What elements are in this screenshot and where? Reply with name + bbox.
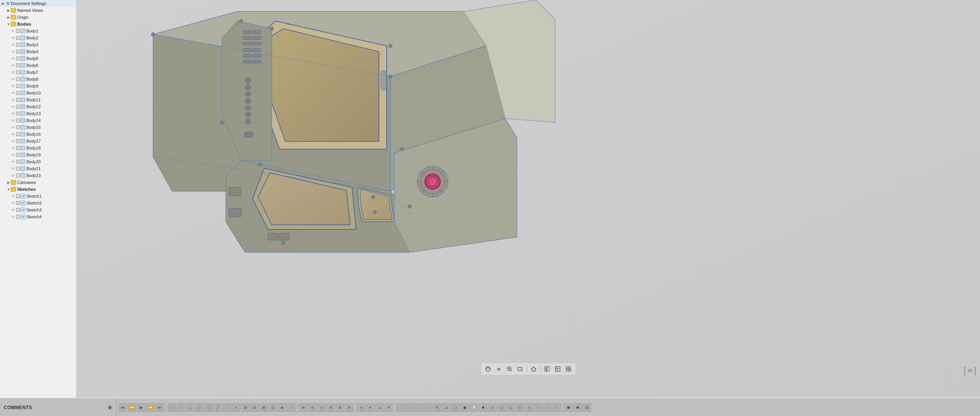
tree-item-body21[interactable]: 👁 Body21: [0, 165, 76, 172]
tool-2[interactable]: ○: [177, 403, 185, 412]
tool-41[interactable]: ⍣: [543, 403, 552, 412]
tree-item-body3[interactable]: 👁 Body3: [0, 41, 76, 48]
tree-item-body12[interactable]: 👁 Body12: [0, 103, 76, 110]
tool-19[interactable]: ⊛: [336, 403, 344, 412]
tool-24[interactable]: ▾: [384, 403, 393, 412]
tool-44[interactable]: ⏺: [573, 403, 582, 412]
tree-item-body13[interactable]: 👁 Body13: [0, 110, 76, 117]
tool-14[interactable]: ⌇: [287, 403, 296, 412]
body-label: Body18: [26, 146, 41, 150]
tool-34[interactable]: ◾: [479, 403, 487, 412]
tree-item-named-views[interactable]: ▶ Named Views: [0, 7, 76, 14]
tree-item-body11[interactable]: 👁 Body11: [0, 96, 76, 103]
tool-30[interactable]: ⊿: [442, 403, 451, 412]
home-view-button[interactable]: [529, 364, 539, 374]
settings-arrow: ▶: [1, 1, 5, 6]
tool-8[interactable]: ∿: [232, 403, 240, 412]
tool-40[interactable]: ⍥: [534, 403, 542, 412]
tool-15[interactable]: ⊗: [299, 403, 307, 412]
tool-31[interactable]: ◻: [451, 403, 460, 412]
tree-item-body6[interactable]: 👁 Body6: [0, 62, 76, 69]
tool-25[interactable]: ⋮: [396, 403, 405, 412]
view-settings-button[interactable]: [564, 364, 573, 374]
body-label: Body17: [26, 139, 41, 143]
pan-button[interactable]: ✥: [494, 364, 504, 374]
tree-item-sketches[interactable]: ▼ Sketches: [0, 186, 76, 193]
tree-item-body15[interactable]: 👁 Body15: [0, 124, 76, 131]
zoom-button[interactable]: [505, 364, 514, 374]
tool-39[interactable]: ⍟: [525, 403, 533, 412]
tool-11[interactable]: ⊠: [260, 403, 268, 412]
grid-button[interactable]: [553, 364, 563, 374]
visibility-icon: 👁: [11, 208, 15, 212]
orbit-button[interactable]: [483, 364, 493, 374]
tool-36[interactable]: ◶: [497, 403, 506, 412]
tree-item-sketch3[interactable]: 👁 Sketch3: [0, 206, 76, 213]
tool-29[interactable]: ⋲: [433, 403, 441, 412]
tree-item-body19[interactable]: 👁 Body19: [0, 151, 76, 158]
tree-item-sketch2[interactable]: 👁 Sketch2: [0, 200, 76, 206]
tool-37[interactable]: ◵: [506, 403, 515, 412]
tree-item-sketch4[interactable]: 👁 Sketch4: [0, 213, 76, 220]
tool-1[interactable]: □: [168, 403, 176, 412]
tool-18[interactable]: ⊚: [327, 403, 335, 412]
tool-7[interactable]: ⌒: [223, 403, 231, 412]
zoom-to-fit-button[interactable]: [515, 364, 525, 374]
tree-item-body23[interactable]: 👁 Body23: [0, 172, 76, 179]
svg-point-40: [389, 44, 392, 48]
tree-item-canvases[interactable]: ▶ Canvases: [0, 179, 76, 186]
tool-28[interactable]: ⋰: [424, 403, 432, 412]
svg-point-43: [220, 120, 224, 124]
tree-item-body5[interactable]: 👁 Body5: [0, 55, 76, 62]
step-back-button[interactable]: ⏪: [128, 403, 136, 412]
tree-item-body18[interactable]: 👁 Body18: [0, 145, 76, 151]
tool-10[interactable]: ⊟: [250, 403, 259, 412]
comments-dot[interactable]: [108, 406, 112, 410]
tool-17[interactable]: ⊙: [317, 403, 326, 412]
display-mode-button[interactable]: [542, 364, 552, 374]
tool-33[interactable]: ◽: [470, 403, 478, 412]
tool-35[interactable]: ◷: [488, 403, 497, 412]
tool-43[interactable]: ⏹: [564, 403, 573, 412]
tool-21[interactable]: ◂: [357, 403, 365, 412]
rewind-button[interactable]: ⏮: [119, 403, 127, 412]
tool-16[interactable]: ⊘: [308, 403, 317, 412]
svg-rect-71: [547, 367, 549, 371]
tool-12[interactable]: ⊡: [269, 403, 277, 412]
tool-38[interactable]: ◴: [516, 403, 524, 412]
tree-item-body20[interactable]: 👁 Body20: [0, 158, 76, 165]
tool-27[interactable]: ⋱: [415, 403, 423, 412]
tree-item-body9[interactable]: 👁 Body9: [0, 83, 76, 89]
tree-item-body10[interactable]: 👁 Body10: [0, 89, 76, 96]
step-forward-button[interactable]: ⏩: [146, 403, 155, 412]
tree-item-bodies[interactable]: ▼ Bodies: [0, 21, 76, 28]
tool-5[interactable]: ⬡: [204, 403, 213, 412]
tool-6[interactable]: ╱: [214, 403, 222, 412]
tree-item-body16[interactable]: 👁 Body16: [0, 131, 76, 138]
play-button[interactable]: ▶: [137, 403, 145, 412]
tree-item-body1[interactable]: 👁 Body1: [0, 28, 76, 34]
tree-item-body2[interactable]: 👁 Body2: [0, 34, 76, 41]
tree-item-body14[interactable]: 👁 Body14: [0, 117, 76, 124]
tree-item-body4[interactable]: 👁 Body4: [0, 48, 76, 55]
tree-item-body8[interactable]: 👁 Body8: [0, 76, 76, 83]
tool-20[interactable]: ⊜: [345, 403, 353, 412]
tool-22[interactable]: ▸: [366, 403, 374, 412]
tool-23[interactable]: ▴: [375, 403, 384, 412]
tool-45[interactable]: ⏻: [583, 403, 591, 412]
tree-item-origin[interactable]: ▶ Origin: [0, 14, 76, 21]
tool-13[interactable]: ◈: [278, 403, 286, 412]
tool-9[interactable]: ⊞: [241, 403, 250, 412]
tree-item-body17[interactable]: 👁 Body17: [0, 138, 76, 145]
tree-item-body7[interactable]: 👁 Body7: [0, 69, 76, 76]
tool-26[interactable]: ⋯: [405, 403, 414, 412]
tree-item-doc-settings[interactable]: ▶ ⚙ Document Settings: [0, 0, 76, 7]
tool-3[interactable]: △: [186, 403, 194, 412]
fast-forward-button[interactable]: ⏭: [155, 403, 164, 412]
tool-32[interactable]: ◼: [461, 403, 469, 412]
tool-42[interactable]: ⍤: [552, 403, 561, 412]
tree-item-sketch1[interactable]: 👁 Sketch1: [0, 193, 76, 200]
main-viewport[interactable]: ✥ [ m ]: [77, 0, 980, 398]
tool-4[interactable]: ◇: [195, 403, 204, 412]
svg-rect-8: [243, 31, 252, 34]
